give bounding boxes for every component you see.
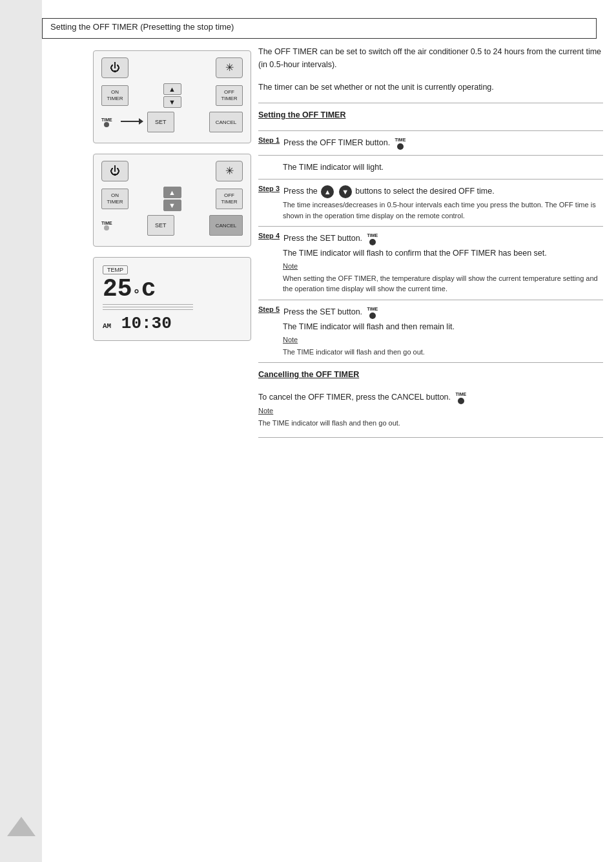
temp-value: 25°c (103, 277, 241, 302)
circle-up-icon: ▲ (321, 185, 334, 198)
off-timer-button[interactable]: OFF TIMER (216, 85, 243, 106)
diagram-wrapper-3: TEMP 25°c AM 10:30 (84, 252, 258, 346)
step5-text: Press the SET button. TIME (283, 305, 603, 319)
off-timer-button-2[interactable]: OFF TIMER (216, 189, 243, 209)
time-icon-step5: TIME (367, 305, 378, 319)
temp-label-box: TEMP (103, 265, 128, 274)
time-icon-step1: TIME (395, 136, 406, 150)
cancel-note-text-row: The TIME indicator will flash and then g… (258, 418, 603, 429)
time-indicator-2: TIME (101, 221, 112, 231)
fan-button-2[interactable]: ✳ (216, 161, 243, 181)
time-dot-2 (104, 225, 109, 231)
step3-label: Step 3 (258, 185, 280, 192)
arrow-up-button[interactable]: ▲ (163, 83, 181, 95)
cancel-button-1[interactable]: CANCEL (209, 112, 243, 132)
on-timer-button[interactable]: ON TIMER (101, 85, 128, 106)
step3-text: Press the ▲ ▼ buttons to select the desi… (283, 185, 603, 198)
display-line-2 (103, 307, 193, 307)
divider-step4 (258, 300, 603, 300)
display-diagram: TEMP 25°c AM 10:30 (93, 257, 251, 341)
display-line-3 (103, 309, 193, 310)
step4-label: Step 4 (258, 232, 280, 240)
step5-row: Step 5 Press the SET button. TIME (258, 305, 603, 319)
arrow-down-button-2[interactable]: ▼ (163, 200, 181, 211)
cancel-row: To cancel the OFF TIMER, press the CANCE… (258, 391, 603, 404)
setting-heading: Setting the OFF TIMER (258, 108, 603, 121)
time-dot-1 (104, 122, 109, 127)
page: Setting the OFF TIMER (Presetting the st… (0, 0, 616, 862)
intro-text-2: The timer can be set whether or not the … (258, 81, 603, 94)
power-button-2[interactable]: ⏻ (101, 161, 128, 181)
time-dot-cancel (458, 398, 464, 404)
remote-mid-row-1: ON TIMER ▲ ▼ OFF TIMER (101, 83, 243, 108)
step5-note-label: Note (283, 334, 298, 345)
cancel-heading: Cancelling the OFF TIMER (258, 368, 603, 381)
set-button-1[interactable]: SET (147, 112, 174, 132)
remote-diagram-1: ⏻ ✳ ON TIMER ▲ ▼ (93, 50, 251, 143)
text-content: The OFF TIMER can be set to switch off t… (258, 45, 603, 443)
circle-down-icon: ▼ (339, 185, 352, 198)
time-icon-step4: TIME (367, 232, 378, 245)
step1-row: Step 1 Press the OFF TIMER button. TIME (258, 136, 603, 150)
remote-bottom-row-2: TIME SET CANCEL (101, 215, 243, 236)
pointer-line (121, 118, 143, 125)
left-sidebar (0, 0, 42, 862)
step4-subtext-row: The TIME indicator will flash to confirm… (258, 247, 603, 260)
step5-note-text-row: The TIME indicator will flash and then g… (258, 347, 603, 358)
cancel-text: To cancel the OFF TIMER, press the CANCE… (258, 391, 603, 404)
diagrams-section: ⏻ ✳ ON TIMER ▲ ▼ (84, 45, 258, 346)
temp-label: TEMP (107, 267, 123, 273)
arrow-cluster: ▲ ▼ (163, 83, 181, 108)
step1-label: Step 1 (258, 136, 280, 144)
step3-note: The time increases/decreases in 0.5-hour… (283, 200, 603, 221)
remote-diagram-2: ⏻ ✳ ON TIMER ▲ ▼ (93, 154, 251, 247)
cancel-note-label: Note (258, 405, 273, 416)
divider-step3 (258, 226, 603, 227)
cancel-button-2[interactable]: CANCEL (209, 215, 243, 236)
time-dot-step5 (369, 313, 376, 319)
setting-heading-block: Setting the OFF TIMER (258, 108, 603, 121)
step1b-text: The TIME indicator will light. (283, 161, 603, 174)
time-dot-step1 (397, 143, 404, 150)
divider-cancel (258, 362, 603, 363)
intro-block: The OFF TIMER can be set to switch off t… (258, 45, 603, 94)
display-lines (103, 304, 241, 310)
fan-icon-2: ✳ (225, 166, 234, 176)
step5-note-text: The TIME indicator will flash and then g… (283, 347, 425, 358)
divider-step2 (258, 179, 603, 180)
arrow-up-button-2[interactable]: ▲ (163, 187, 181, 198)
step5-label: Step 5 (258, 305, 280, 313)
step4-subtext: The TIME indicator will flash to confirm… (283, 247, 603, 260)
time-dot-step4 (369, 239, 376, 245)
set-button-2[interactable]: SET (147, 215, 174, 236)
power-icon-2: ⏻ (110, 166, 120, 176)
display-line-1 (103, 304, 193, 305)
power-icon: ⏻ (110, 63, 120, 73)
step4-note-label: Note (283, 261, 298, 272)
step3-row: Step 3 Press the ▲ ▼ buttons to select t… (258, 185, 603, 198)
step1-text: Press the OFF TIMER button. TIME (283, 136, 603, 150)
pointer-arrow (139, 118, 143, 125)
pointer-line-h (121, 121, 139, 122)
step1b-row: The TIME indicator will light. (258, 161, 603, 174)
diagram-wrapper-1: ⏻ ✳ ON TIMER ▲ ▼ (84, 45, 258, 149)
display-time: AM 10:30 (103, 314, 241, 333)
triangle-up-icon (7, 817, 36, 836)
on-timer-button-2[interactable]: ON TIMER (101, 189, 128, 209)
power-button[interactable]: ⏻ (101, 57, 128, 78)
header-title: Setting the OFF TIMER (Presetting the st… (50, 22, 234, 32)
divider-step1 (258, 130, 603, 131)
arrow-down-button[interactable]: ▼ (163, 96, 181, 108)
step5-subtext-row: The TIME indicator will flash and then r… (258, 320, 603, 333)
divider-end (258, 437, 603, 438)
arrow-cluster-2: ▲ ▼ (163, 187, 181, 211)
step4-note-row: Note (258, 261, 603, 272)
step4-row: Step 4 Press the SET button. TIME (258, 232, 603, 245)
diagram-wrapper-2: ⏻ ✳ ON TIMER ▲ ▼ (84, 149, 258, 252)
step4-note-text: When setting the OFF TIMER, the temperat… (283, 273, 603, 294)
divider-1 (258, 103, 603, 103)
remote-top-row-1: ⏻ ✳ (101, 57, 243, 78)
step4-note-text-row: When setting the OFF TIMER, the temperat… (258, 273, 603, 294)
cancel-section: Cancelling the OFF TIMER To cancel the O… (258, 368, 603, 428)
fan-button[interactable]: ✳ (216, 57, 243, 78)
